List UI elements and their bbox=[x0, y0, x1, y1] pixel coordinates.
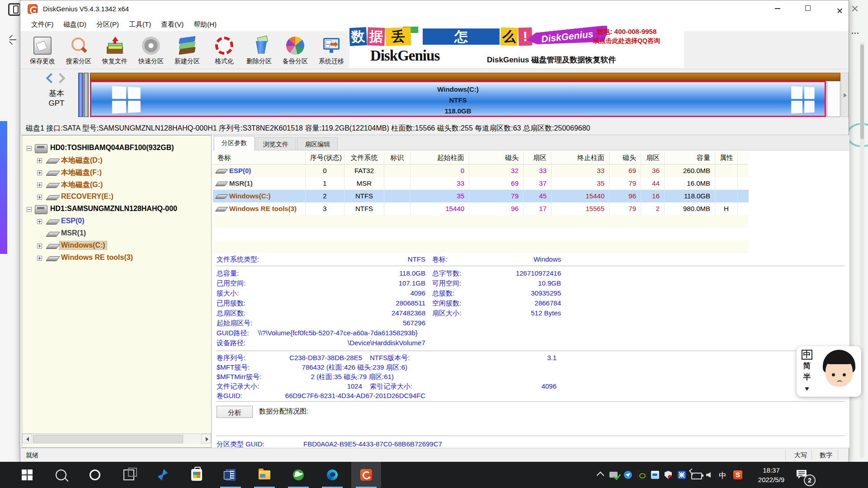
cortana-button[interactable] bbox=[80, 462, 110, 488]
winre-partition-bar[interactable] bbox=[827, 81, 840, 117]
microsoft-store-button[interactable] bbox=[182, 462, 212, 488]
status-text: 就绪 bbox=[26, 451, 38, 460]
menu-tools[interactable]: 工具(T) bbox=[124, 19, 156, 31]
menu-view[interactable]: 查看(V) bbox=[156, 19, 189, 31]
format-button[interactable]: 格式化 bbox=[207, 33, 242, 67]
partition-fs: NTFS bbox=[91, 95, 825, 106]
tray-expand-icon[interactable] bbox=[597, 472, 604, 479]
start-button[interactable] bbox=[12, 462, 42, 488]
minimize-button[interactable] bbox=[767, 0, 788, 16]
collapse-icon[interactable] bbox=[27, 146, 32, 151]
disk-bar-zone: 基本 GPT Windows(C:) NTFS 118.0GB bbox=[20, 69, 849, 122]
snowflake-tray-icon[interactable] bbox=[678, 471, 686, 479]
new-partition-button[interactable]: 新建分区 bbox=[170, 33, 205, 67]
security-shield-tray-icon[interactable] bbox=[665, 471, 672, 479]
edge-button[interactable] bbox=[317, 462, 347, 488]
clock-time: 18:37 bbox=[752, 465, 790, 475]
file-explorer-button[interactable] bbox=[250, 462, 279, 488]
tree-item-winre[interactable]: Windows RE tools(3) bbox=[22, 253, 211, 264]
browser-360-button[interactable] bbox=[283, 462, 313, 488]
delete-partition-button[interactable]: 删除分区 bbox=[241, 33, 277, 67]
collapse-icon[interactable] bbox=[27, 207, 32, 212]
tree-item-local-f[interactable]: 本地磁盘(F:) bbox=[22, 167, 211, 179]
nvidia-tray-icon[interactable] bbox=[637, 471, 646, 480]
banner-qq-link[interactable]: 或点击此处选择QQ咨询 bbox=[571, 37, 682, 45]
scroll-right-icon[interactable] bbox=[201, 434, 211, 443]
scroll-thumb[interactable] bbox=[33, 435, 183, 443]
system-migration-button[interactable]: 系统迁移 bbox=[314, 33, 349, 67]
clock-date: 2022/5/9 bbox=[752, 475, 790, 484]
background-more-icon[interactable] bbox=[852, 33, 860, 34]
disk-header-strip bbox=[90, 73, 840, 81]
task-view-button[interactable] bbox=[114, 462, 144, 488]
disk-graphic: Windows(C:) NTFS 118.0GB bbox=[78, 73, 849, 117]
heart-icon: ♥ bbox=[805, 385, 809, 392]
printer-tray-icon[interactable] bbox=[609, 472, 618, 478]
save-changes-button[interactable]: 保存更改 bbox=[25, 33, 60, 67]
background-scrollbar[interactable] bbox=[860, 42, 864, 458]
esp-partition-bar[interactable] bbox=[78, 73, 83, 117]
expand-icon[interactable] bbox=[37, 170, 42, 175]
close-button[interactable] bbox=[829, 0, 850, 16]
banner-contact[interactable]: 致电: 400-008-9958 或点击此处选择QQ咨询 bbox=[571, 28, 682, 45]
speaker-tray-icon[interactable] bbox=[706, 472, 711, 478]
expand-icon[interactable] bbox=[37, 256, 42, 261]
expand-icon[interactable] bbox=[37, 244, 42, 249]
disk-layout-type: 基本 bbox=[34, 88, 79, 99]
tree-item-hd0[interactable]: HD0:TOSHIBAMQ04ABF100(932GB) bbox=[22, 143, 211, 155]
divider bbox=[216, 401, 845, 402]
cortana-icon bbox=[90, 469, 100, 480]
analyze-button[interactable]: 分析 bbox=[217, 406, 253, 418]
tree-item-local-g[interactable]: 本地磁盘(G:) bbox=[22, 179, 211, 191]
taskbar-app-bolt[interactable] bbox=[148, 462, 178, 488]
ime-sticker-widget[interactable]: 中 简 半 ♥ bbox=[797, 346, 861, 397]
bird-app-tray-icon[interactable] bbox=[624, 471, 632, 479]
recover-files-button[interactable]: 恢复文件 bbox=[97, 33, 132, 67]
tree-horizontal-scrollbar[interactable] bbox=[22, 433, 211, 444]
search-icon bbox=[70, 37, 88, 55]
chevron-right-icon[interactable] bbox=[55, 73, 66, 84]
tree-item-esp[interactable]: ESP(0) bbox=[22, 216, 211, 228]
search-partition-button[interactable]: 搜索分区 bbox=[61, 33, 96, 67]
taskbar-search-button[interactable] bbox=[46, 462, 76, 488]
maximize-button[interactable] bbox=[797, 0, 818, 16]
tree-item-windows-c[interactable]: Windows(C:) bbox=[22, 240, 211, 252]
diskgenius-window: DiskGenius V5.4.3.1342 x64 文件(F) 磁盘(D) 分… bbox=[20, 0, 849, 462]
partition-name: Windows(C:) bbox=[91, 84, 825, 95]
menu-file[interactable]: 文件(F) bbox=[26, 19, 58, 31]
quick-partition-button[interactable]: 快速分区 bbox=[133, 33, 169, 67]
taskbar: 中 S 18:37 2022/5/9 2 bbox=[0, 462, 868, 488]
taskbar-clock[interactable]: 18:37 2022/5/9 bbox=[752, 465, 790, 484]
disk-nav[interactable] bbox=[47, 75, 66, 84]
title-bar: DiskGenius V5.4.3.1342 x64 bbox=[20, 0, 849, 18]
scroll-left-icon[interactable] bbox=[22, 434, 32, 443]
banner-tile: 据 bbox=[367, 27, 385, 46]
intel-graphics-tray-icon[interactable] bbox=[651, 471, 659, 479]
sogou-tray-icon[interactable]: S bbox=[733, 470, 742, 479]
menu-help[interactable]: 帮助(H) bbox=[189, 19, 222, 31]
browser-tab-icon[interactable] bbox=[8, 3, 21, 16]
tree-item-recovery-e[interactable]: RECOVERY(E:) bbox=[22, 192, 211, 203]
menu-partition[interactable]: 分区(P) bbox=[91, 19, 124, 31]
expand-icon[interactable] bbox=[37, 219, 42, 224]
divider bbox=[785, 450, 786, 460]
expand-icon[interactable] bbox=[37, 158, 42, 163]
backup-partition-button[interactable]: 备份分区 bbox=[278, 33, 313, 67]
ime-language-indicator[interactable]: 中 bbox=[719, 470, 726, 481]
ad-banner[interactable]: 数 据 丢 怎 么 ! DiskGenius 致电: 400-008-9958 … bbox=[349, 26, 684, 68]
battery-tray-icon[interactable] bbox=[691, 473, 702, 479]
disk-bar-scroll[interactable] bbox=[841, 73, 849, 117]
browser-back-icon[interactable] bbox=[9, 36, 17, 43]
menu-disk[interactable]: 磁盘(D) bbox=[58, 19, 91, 31]
tree-item-msr[interactable]: MSR(1) bbox=[22, 228, 211, 240]
background-close-icon[interactable] bbox=[852, 5, 858, 12]
word-button[interactable] bbox=[216, 462, 245, 488]
tree-item-local-d[interactable]: 本地磁盘(D:) bbox=[22, 155, 211, 167]
tree-item-hd1[interactable]: HD1:SAMSUNGMZNLN128HAHQ-000 bbox=[22, 204, 211, 216]
expand-icon[interactable] bbox=[37, 195, 42, 200]
msr-partition-bar[interactable] bbox=[84, 73, 89, 117]
bolt-app-icon bbox=[158, 469, 168, 481]
diskgenius-taskbar-button[interactable] bbox=[351, 462, 381, 488]
expand-icon[interactable] bbox=[37, 183, 42, 188]
windows-partition-bar[interactable]: Windows(C:) NTFS 118.0GB bbox=[90, 81, 826, 117]
